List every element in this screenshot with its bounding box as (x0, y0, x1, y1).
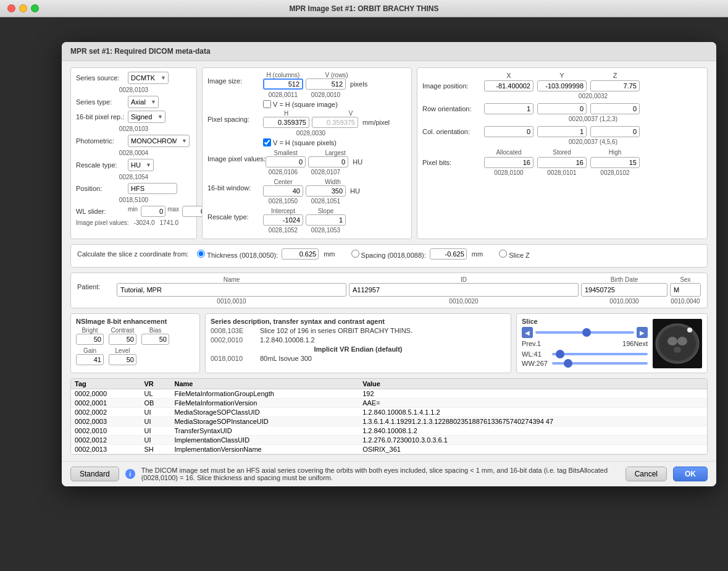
rescale-type-select[interactable]: HU (128, 159, 154, 171)
table-cell-tag: 0002,0001 (71, 399, 140, 408)
img-pos-z-input[interactable] (590, 80, 640, 91)
spacing-mm: mm (472, 250, 483, 258)
table-cell-tag: 0002,0000 (71, 389, 140, 399)
series-type-label: Series type: (76, 98, 125, 106)
row-tag: 0020,0037 (1,2,3) (484, 116, 702, 122)
standard-button[interactable]: Standard (70, 467, 119, 481)
bias-input[interactable] (141, 334, 169, 345)
slice-title: Slice (522, 318, 648, 325)
z-col-header: Z (590, 72, 640, 79)
window-controls[interactable] (7, 4, 39, 12)
wl-min-input[interactable] (141, 206, 165, 217)
window-center-input[interactable] (263, 185, 303, 197)
stored-input[interactable] (537, 157, 587, 168)
pixel-bits-label: Pixel bits: (422, 159, 484, 166)
patient-id-input[interactable] (349, 283, 579, 297)
nsimage-title: NSImage 8-bit enhancement (76, 318, 195, 325)
slice-z-radio-label[interactable]: Slice Z (499, 250, 530, 259)
thickness-radio-label[interactable]: Thickness (0018,0050): (197, 250, 278, 259)
patient-id-col-label: ID (349, 276, 579, 283)
level-col: Level (109, 347, 136, 354)
largest-input[interactable] (308, 156, 348, 167)
pixel-spacing-v-input[interactable] (312, 117, 358, 128)
col-x-input[interactable] (484, 126, 533, 137)
cancel-button[interactable]: Cancel (625, 467, 667, 481)
patient-name-input[interactable] (117, 283, 346, 297)
table-cell-vr: OB (140, 399, 170, 408)
thickness-radio[interactable] (197, 250, 205, 258)
spacing-radio[interactable] (351, 250, 359, 258)
row-y-input[interactable] (537, 103, 587, 114)
slope-tag: 0028,1053 (306, 227, 346, 234)
bright-input[interactable] (76, 334, 104, 345)
img-pv-label: Image pixel values: (207, 155, 266, 163)
window-width-input[interactable] (306, 185, 346, 197)
slice-z-radio[interactable] (499, 250, 507, 258)
img-pos-x-input[interactable] (484, 80, 533, 91)
high-input[interactable] (590, 157, 640, 168)
square-pixels-checkbox-label[interactable]: V = H (square pixels) (263, 138, 337, 146)
series-source-label: Series source: (76, 74, 125, 82)
pixel-rep-select[interactable]: Signed (128, 111, 165, 123)
series-type-select-wrapper[interactable]: Axial ▼ (128, 96, 159, 108)
img-pixel-max: 1741.0 (160, 219, 179, 226)
dicom-table-wrapper[interactable]: Tag VR Name Value 0002,0000ULFileMetaInf… (70, 378, 708, 455)
patient-sex-col-label: Sex (670, 276, 701, 283)
series-source-select-wrapper[interactable]: DCMTK ▼ (128, 72, 169, 84)
modal-footer: Standard i The DICOM image set must be a… (62, 461, 716, 486)
contrast-input[interactable] (109, 334, 136, 345)
position-input[interactable] (128, 183, 177, 194)
smallest-tag: 0028,0106 (263, 169, 303, 176)
window-center-tag: 0028,1050 (263, 198, 303, 205)
row-z-input[interactable] (590, 103, 640, 114)
rescale-type-select-wrapper[interactable]: HU ▼ (128, 159, 154, 171)
modal-dialog: MPR set #1: Required DICOM meta-data Ser… (62, 42, 716, 486)
h-col-header: H (columns) (263, 72, 303, 78)
slope-input[interactable] (306, 214, 346, 226)
photometric-select-wrapper[interactable]: MONOCHROME2 ▼ (128, 135, 190, 147)
slice-prev-button[interactable]: ◀ (522, 327, 533, 338)
table-row: 0002,0003UIMediaStorageSOPInstanceUID1.3… (71, 417, 707, 426)
square-pixels-checkbox[interactable] (263, 138, 271, 146)
slice-z-row: Calculate the slice z coordinate from: T… (77, 248, 701, 260)
table-cell-vr: SH (140, 445, 170, 454)
thickness-mm: mm (324, 250, 335, 258)
img-pos-y-input[interactable] (537, 80, 587, 91)
col-z-input[interactable] (590, 126, 640, 137)
spacing-radio-label[interactable]: Spacing (0018,0088): (351, 250, 426, 259)
ct-thumbnail (653, 319, 702, 368)
thickness-value-input[interactable] (282, 248, 319, 260)
pixel-spacing-h-input[interactable] (263, 117, 309, 128)
col-y-input[interactable] (537, 126, 587, 137)
row-x-input[interactable] (484, 103, 533, 114)
spacing-value-input[interactable] (430, 248, 467, 260)
pixel-rep-select-wrapper[interactable]: Signed ▼ (128, 111, 165, 123)
level-input[interactable] (109, 354, 136, 365)
minimize-button[interactable] (19, 4, 27, 12)
intercept-input[interactable] (263, 214, 303, 226)
slice-slider[interactable] (535, 331, 634, 334)
square-image-checkbox-label[interactable]: V = H (square image) (263, 100, 338, 108)
series-type-select[interactable]: Axial (128, 96, 159, 108)
photometric-select[interactable]: MONOCHROME2 (128, 135, 190, 147)
patient-birth-input[interactable] (581, 283, 667, 297)
info-icon[interactable]: i (125, 469, 135, 479)
ww-slider-input[interactable] (552, 362, 648, 365)
smallest-input[interactable] (266, 156, 306, 167)
next-value: 196 (622, 340, 634, 347)
contrast-agent-value: 80mL Isovue 300 (260, 355, 312, 362)
maximize-button[interactable] (31, 4, 39, 12)
table-cell-name: ImplementationVersionName (170, 445, 359, 454)
allocated-input[interactable] (484, 157, 533, 168)
ok-button[interactable]: OK (673, 467, 708, 481)
image-size-h-input[interactable] (263, 78, 303, 90)
patient-sex-input[interactable] (670, 283, 701, 297)
close-button[interactable] (7, 4, 15, 12)
square-image-checkbox[interactable] (263, 100, 271, 108)
slice-next-button[interactable]: ▶ (637, 327, 648, 338)
image-size-v-input[interactable] (306, 78, 346, 90)
series-source-select[interactable]: DCMTK (128, 72, 169, 84)
square-image-label: V = H (square image) (273, 101, 338, 108)
wl-slider-input[interactable] (552, 353, 648, 355)
gain-input[interactable] (76, 354, 104, 365)
